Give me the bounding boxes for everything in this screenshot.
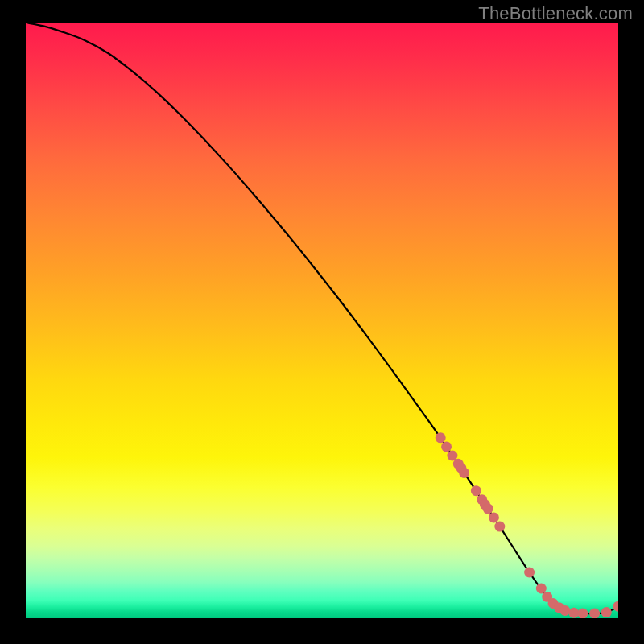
data-point: [436, 432, 446, 443]
data-point: [601, 607, 612, 617]
data-point: [483, 503, 493, 514]
data-point: [577, 609, 588, 618]
curve-markers: [436, 432, 618, 618]
curve-line: [26, 23, 618, 613]
data-point: [489, 512, 499, 522]
data-point: [568, 608, 579, 618]
data-point: [471, 485, 481, 496]
chart-frame: TheBottleneck.com: [0, 0, 644, 644]
data-point: [441, 441, 452, 452]
plot-area: [26, 23, 618, 618]
data-point: [613, 601, 619, 612]
chart-svg: [26, 23, 618, 618]
data-point: [494, 522, 505, 532]
data-point: [589, 609, 600, 618]
watermark-text: TheBottleneck.com: [478, 3, 633, 24]
data-point: [459, 468, 469, 478]
data-point: [524, 568, 535, 578]
data-point: [559, 605, 570, 616]
